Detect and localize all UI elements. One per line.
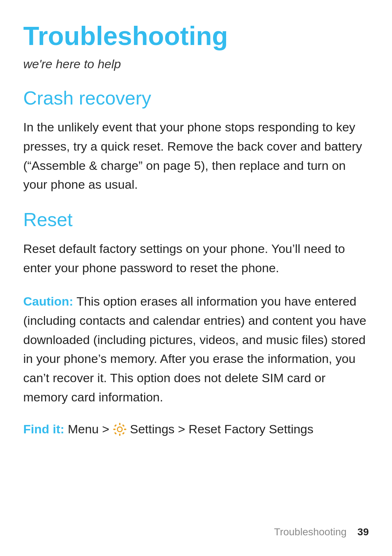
- svg-rect-6: [122, 432, 124, 435]
- reset-body: Reset default factory settings on your p…: [23, 239, 369, 277]
- svg-rect-5: [114, 424, 117, 427]
- svg-rect-2: [119, 434, 121, 436]
- page-subtitle: we're here to help: [23, 57, 369, 71]
- svg-rect-1: [119, 423, 121, 425]
- find-it-body: Menu >: [64, 422, 113, 436]
- crash-recovery-section: Crash recovery In the unlikely event tha…: [23, 87, 369, 194]
- page-title: Troubleshooting: [23, 22, 369, 50]
- svg-point-0: [117, 427, 122, 432]
- find-it-paragraph: Find it: Menu > Settings > Reset Factory…: [23, 420, 369, 439]
- footer-page-number: 39: [358, 526, 369, 538]
- crash-recovery-heading: Crash recovery: [23, 87, 369, 109]
- svg-rect-7: [114, 432, 117, 435]
- svg-rect-3: [113, 429, 115, 430]
- caution-body: This option erases all information you h…: [23, 294, 366, 404]
- caution-label: Caution:: [23, 294, 73, 308]
- reset-section: Reset Reset default factory settings on …: [23, 209, 369, 439]
- crash-recovery-body: In the unlikely event that your phone st…: [23, 118, 369, 194]
- caution-paragraph: Caution: This option erases all informat…: [23, 292, 369, 406]
- svg-rect-4: [124, 429, 126, 430]
- footer-label: Troubleshooting: [274, 526, 347, 538]
- page-footer: Troubleshooting 39: [274, 526, 369, 538]
- page-container: Troubleshooting we're here to help Crash…: [0, 0, 392, 475]
- settings-icon: [113, 422, 127, 436]
- find-it-path: Settings > Reset Factory Settings: [127, 422, 314, 436]
- reset-heading: Reset: [23, 209, 369, 230]
- find-it-label: Find it:: [23, 422, 64, 436]
- svg-rect-8: [122, 424, 124, 427]
